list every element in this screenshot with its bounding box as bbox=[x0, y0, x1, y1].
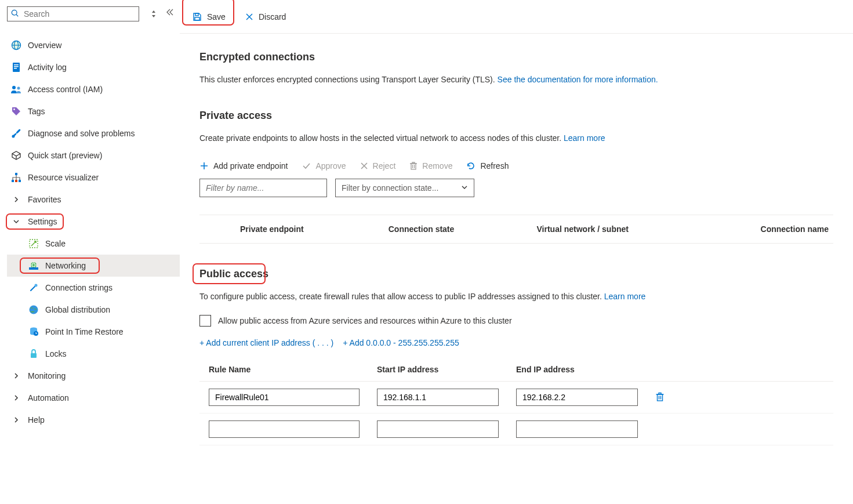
discard-button[interactable]: Discard bbox=[237, 7, 294, 27]
label: Add private endpoint bbox=[213, 161, 288, 171]
firewall-table: Rule Name Start IP address End IP addres… bbox=[199, 365, 833, 445]
label: Settings bbox=[28, 217, 57, 226]
sidebar-item-global-distribution[interactable]: Global distribution bbox=[7, 299, 180, 321]
approve-button: Approve bbox=[302, 161, 346, 171]
start-ip-input[interactable] bbox=[377, 420, 499, 438]
col-private-endpoint: Private endpoint bbox=[240, 224, 389, 234]
rule-name-input[interactable] bbox=[209, 389, 360, 406]
search-input[interactable] bbox=[23, 9, 135, 19]
sidebar-item-monitoring[interactable]: Monitoring bbox=[7, 365, 180, 387]
section-title-private: Private access bbox=[199, 110, 833, 122]
firewall-row bbox=[199, 414, 833, 445]
sidebar-item-diagnose[interactable]: Diagnose and solve problems bbox=[7, 122, 180, 144]
sidebar-item-access-control[interactable]: Access control (IAM) bbox=[7, 78, 180, 100]
svg-point-22 bbox=[35, 284, 38, 287]
col-end-ip: End IP address bbox=[516, 365, 655, 374]
label: Diagnose and solve problems bbox=[28, 129, 135, 138]
start-ip-input[interactable] bbox=[377, 389, 499, 406]
end-ip-input[interactable] bbox=[516, 389, 638, 406]
sidebar-item-favorites[interactable]: Favorites bbox=[7, 188, 180, 211]
restore-icon bbox=[28, 326, 39, 338]
label: Monitoring bbox=[28, 371, 66, 380]
svg-point-10 bbox=[12, 86, 16, 89]
lock-icon bbox=[28, 348, 39, 360]
filter-by-name-input[interactable] bbox=[199, 179, 327, 197]
label: Discard bbox=[259, 12, 286, 21]
allow-azure-label: Allow public access from Azure services … bbox=[218, 316, 512, 325]
svg-rect-29 bbox=[411, 164, 416, 169]
save-button[interactable]: Save bbox=[184, 7, 234, 27]
filter-by-state-select[interactable]: Filter by connection state... bbox=[335, 179, 474, 197]
toolbar: Save Discard bbox=[180, 0, 853, 34]
svg-rect-9 bbox=[14, 68, 17, 69]
label: Save bbox=[207, 12, 226, 21]
allow-azure-checkbox[interactable] bbox=[199, 315, 211, 327]
section-title-public: Public access bbox=[199, 268, 268, 280]
search-box[interactable] bbox=[7, 6, 139, 21]
sidebar-item-overview[interactable]: Overview bbox=[7, 34, 180, 56]
encrypted-doc-link[interactable]: See the documentation for more informati… bbox=[498, 75, 658, 84]
svg-line-1 bbox=[16, 14, 18, 16]
sidebar-item-connection-strings[interactable]: Connection strings bbox=[7, 277, 180, 299]
sidebar-item-resource-visualizer[interactable]: Resource visualizer bbox=[7, 166, 180, 188]
private-learn-more-link[interactable]: Learn more bbox=[564, 133, 605, 143]
svg-rect-15 bbox=[12, 180, 14, 182]
sidebar-item-automation[interactable]: Automation bbox=[7, 387, 180, 409]
chevron-right-icon bbox=[10, 370, 22, 382]
svg-point-0 bbox=[12, 10, 17, 15]
refresh-button[interactable]: Refresh bbox=[466, 161, 509, 171]
svg-point-11 bbox=[17, 87, 20, 90]
sidebar-item-pit-restore[interactable]: Point In Time Restore bbox=[7, 321, 180, 343]
label: Networking bbox=[45, 261, 86, 270]
svg-rect-6 bbox=[13, 63, 20, 72]
label: Resource visualizer bbox=[28, 173, 99, 182]
chevron-down-icon bbox=[461, 183, 468, 193]
svg-rect-26 bbox=[31, 353, 37, 358]
chevron-right-icon bbox=[10, 194, 22, 205]
collapse-sidebar-icon[interactable] bbox=[166, 8, 174, 17]
end-ip-input[interactable] bbox=[516, 420, 638, 438]
svg-rect-17 bbox=[19, 180, 21, 182]
public-desc: To configure public access, create firew… bbox=[199, 291, 833, 302]
reject-button: Reject bbox=[360, 161, 396, 171]
tag-icon bbox=[10, 106, 22, 117]
label: Access control (IAM) bbox=[28, 85, 103, 94]
add-private-endpoint-button[interactable]: Add private endpoint bbox=[199, 161, 288, 171]
col-start-ip: Start IP address bbox=[377, 365, 516, 374]
label: Reject bbox=[373, 161, 396, 171]
section-title-encrypted: Encrypted connections bbox=[199, 51, 833, 63]
sidebar-item-networking[interactable]: Networking bbox=[7, 255, 180, 277]
label: Automation bbox=[28, 393, 69, 403]
svg-point-5 bbox=[12, 41, 21, 50]
sidebar-item-locks[interactable]: Locks bbox=[7, 343, 180, 365]
log-icon bbox=[10, 61, 22, 73]
svg-rect-27 bbox=[195, 13, 198, 16]
sidebar-item-tags[interactable]: Tags bbox=[7, 100, 180, 122]
svg-rect-8 bbox=[14, 66, 19, 67]
add-all-ip-link[interactable]: + Add 0.0.0.0 - 255.255.255.255 bbox=[343, 338, 459, 347]
label: Scale bbox=[45, 239, 66, 248]
chevron-right-icon bbox=[10, 392, 22, 404]
check-icon bbox=[302, 161, 311, 171]
trash-icon bbox=[409, 161, 418, 171]
sidebar-item-scale[interactable]: Scale bbox=[7, 233, 180, 255]
sort-toggle-icon[interactable] bbox=[151, 10, 157, 17]
rule-name-input[interactable] bbox=[209, 420, 360, 438]
firewall-row bbox=[199, 382, 833, 414]
label: Favorites bbox=[28, 195, 61, 204]
sidebar-item-quick-start[interactable]: Quick start (preview) bbox=[7, 144, 180, 166]
sidebar-item-help[interactable]: Help bbox=[7, 409, 180, 431]
svg-rect-21 bbox=[29, 267, 38, 270]
svg-rect-14 bbox=[15, 173, 17, 175]
delete-rule-button[interactable] bbox=[655, 391, 824, 404]
remove-button: Remove bbox=[409, 161, 452, 171]
sidebar-item-activity-log[interactable]: Activity log bbox=[7, 56, 180, 78]
add-client-ip-link[interactable]: + Add current client IP address ( . . . … bbox=[199, 338, 333, 347]
sidebar-item-settings[interactable]: Settings bbox=[7, 211, 180, 233]
public-learn-more-link[interactable]: Learn more bbox=[604, 292, 646, 301]
label: Connection strings bbox=[45, 283, 112, 292]
close-icon bbox=[245, 13, 253, 21]
col-vnet-subnet: Virtual network / subnet bbox=[537, 224, 685, 234]
scale-icon bbox=[28, 238, 39, 249]
private-desc: Create private endpoints to allow hosts … bbox=[199, 132, 833, 144]
